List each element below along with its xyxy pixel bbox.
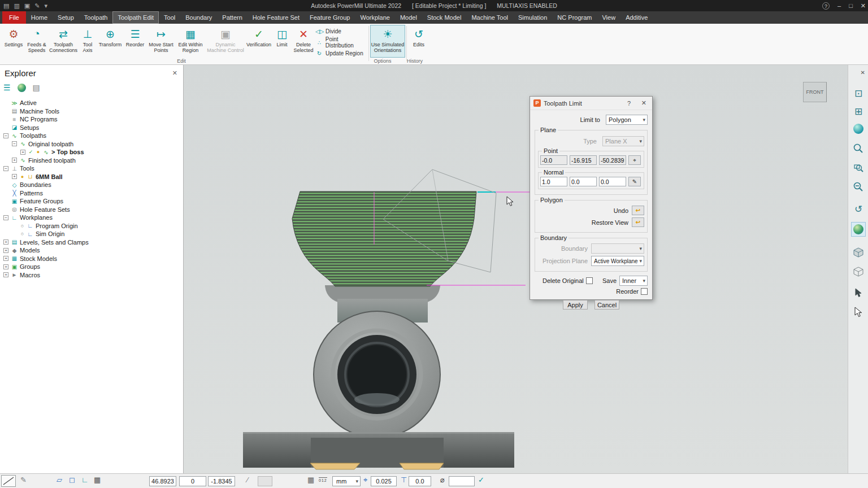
- tree-item-groups[interactable]: + ▣ Groups: [0, 263, 183, 271]
- tree-item-levels-sets-clamps[interactable]: + ▤ Levels, Sets and Clamps: [0, 238, 183, 247]
- tree-item-sim-origin[interactable]: ○ ∟ Sim Origin: [0, 230, 183, 238]
- transform-button[interactable]: ⊕ Transform: [97, 25, 123, 58]
- decimal-places-icon[interactable]: 012: [319, 477, 327, 482]
- expander-icon[interactable]: −: [3, 166, 8, 171]
- undo-button[interactable]: ↩: [632, 206, 644, 215]
- draw-icon[interactable]: ✎: [20, 476, 27, 484]
- expander-icon[interactable]: +: [3, 264, 8, 269]
- point-distribution-button[interactable]: ∴ Point Distribution: [315, 36, 367, 49]
- expander-icon[interactable]: +: [20, 150, 25, 155]
- quick-access-menu-icon[interactable]: ▾: [44, 2, 47, 10]
- point-x-field[interactable]: [540, 155, 567, 165]
- select-arrow-icon[interactable]: [848, 288, 868, 298]
- bulb-icon[interactable]: ○: [19, 223, 25, 229]
- point-pick-button[interactable]: ⌖: [628, 155, 641, 165]
- save-project-icon[interactable]: ▣: [24, 2, 30, 10]
- globe-icon[interactable]: [18, 84, 26, 92]
- expander-icon[interactable]: +: [12, 174, 17, 179]
- tree-item-boundaries[interactable]: ◇ Boundaries: [0, 181, 183, 189]
- use-simulated-orientations-toggle[interactable]: ☀ Use Simulated Orientations: [370, 25, 405, 58]
- projection-plane-select[interactable]: Active Workplane ▾: [591, 256, 644, 266]
- dialog-help-icon[interactable]: ?: [627, 100, 631, 107]
- expander-icon[interactable]: −: [3, 215, 8, 220]
- tree-item-setups[interactable]: ◪ Setups: [0, 124, 183, 132]
- tab-pattern[interactable]: Pattern: [217, 11, 247, 24]
- point-y-field[interactable]: [570, 155, 597, 165]
- bulb-icon[interactable]: ○: [19, 231, 25, 237]
- tab-setup[interactable]: Setup: [53, 11, 79, 24]
- view-orientation-badge[interactable]: FRONT: [803, 82, 827, 102]
- grid-icon[interactable]: ▦: [307, 476, 314, 484]
- apply-button[interactable]: Apply: [563, 300, 588, 310]
- cursor-plane-icon[interactable]: ▱: [57, 476, 62, 484]
- feeds-speeds-button[interactable]: ◔ Feeds & Speeds: [25, 25, 49, 58]
- tab-stock-model[interactable]: Stock Model: [422, 11, 467, 24]
- settings-button[interactable]: ⚙ Settings: [2, 25, 25, 58]
- tab-hole-feature-set[interactable]: Hole Feature Set: [248, 11, 305, 24]
- globe-view-icon[interactable]: [848, 222, 868, 237]
- tab-simulation[interactable]: Simulation: [513, 11, 552, 24]
- tab-home[interactable]: Home: [26, 11, 53, 24]
- tree-item-active[interactable]: ≫ Active: [0, 99, 183, 107]
- verification-button[interactable]: ✓ Verification: [245, 25, 272, 58]
- graphics-viewport[interactable]: FRONT: [184, 65, 848, 473]
- expander-icon[interactable]: +: [12, 158, 17, 163]
- normal-y-field[interactable]: [570, 177, 597, 186]
- delete-selected-button[interactable]: ✕ Delete Selected: [292, 25, 315, 58]
- tree-item-nc-programs[interactable]: ≡ NC Programs: [0, 115, 183, 124]
- open-project-icon[interactable]: ▥: [14, 2, 19, 10]
- tree-item-original-toolpath[interactable]: − ∿ Original toolpath: [0, 140, 183, 149]
- panel-close-icon[interactable]: ✕: [861, 69, 865, 76]
- zoom-box-icon[interactable]: [848, 162, 868, 173]
- move-start-points-button[interactable]: ↦ Move Start Points: [147, 25, 175, 58]
- y-coordinate-field[interactable]: 0: [179, 476, 206, 486]
- maximize-icon[interactable]: □: [849, 2, 853, 10]
- bulb-icon[interactable]: ●: [19, 174, 25, 180]
- block-icon[interactable]: ◻: [69, 476, 75, 484]
- restore-view-button[interactable]: ↩: [632, 217, 644, 227]
- expander-icon[interactable]: +: [3, 272, 8, 277]
- z-coordinate-field[interactable]: -1.8345: [208, 476, 235, 486]
- tab-feature-group[interactable]: Feature Group: [305, 11, 355, 24]
- toolpath-connections-button[interactable]: ⇄ Toolpath Connections: [49, 25, 78, 58]
- tree-item-toolpaths[interactable]: − ∿ Toolpaths: [0, 132, 183, 140]
- new-project-icon[interactable]: ▤: [3, 2, 9, 10]
- expander-icon[interactable]: −: [12, 141, 17, 146]
- tree-item-feature-groups[interactable]: ▣ Feature Groups: [0, 197, 183, 206]
- cancel-button[interactable]: Cancel: [594, 300, 619, 310]
- reorder-button[interactable]: ☰ Reorder: [123, 25, 147, 58]
- tree-item-machine-tools[interactable]: ▤ Machine Tools: [0, 107, 183, 116]
- normal-x-field[interactable]: [540, 177, 567, 186]
- tree-item-6mm-ball[interactable]: + ● ⊔ 6MM Ball: [0, 173, 183, 181]
- zoom-icon[interactable]: [848, 143, 868, 154]
- explorer-close-icon[interactable]: ✕: [172, 69, 177, 77]
- cursor-tool-icon[interactable]: [848, 307, 868, 318]
- point-z-field[interactable]: [599, 155, 626, 165]
- tree-item-hole-feature-sets[interactable]: ◎ Hole Feature Sets: [0, 206, 183, 214]
- limit-button[interactable]: ◫ Limit: [272, 25, 292, 58]
- tab-boundary[interactable]: Boundary: [180, 11, 217, 24]
- tree-view-icon[interactable]: ☰: [3, 83, 11, 92]
- expander-icon[interactable]: +: [3, 239, 8, 245]
- tab-machine-tool[interactable]: Machine Tool: [466, 11, 513, 24]
- tab-additive[interactable]: Additive: [620, 11, 653, 24]
- divide-button[interactable]: ◁▷ Divide: [315, 28, 367, 34]
- delete-original-checkbox[interactable]: [586, 277, 593, 284]
- help-icon[interactable]: ?: [822, 2, 830, 10]
- normal-edit-button[interactable]: ✎: [628, 177, 641, 186]
- apply-check-icon[interactable]: ✓: [478, 476, 484, 484]
- tree-item-macros[interactable]: + ► Macros: [0, 271, 183, 280]
- iso-view-icon[interactable]: [848, 247, 868, 258]
- update-region-button[interactable]: ↻ Update Region: [315, 50, 367, 56]
- tab-workplane[interactable]: Workplane: [355, 11, 394, 24]
- quick-edit-icon[interactable]: ✎: [34, 2, 40, 10]
- expander-icon[interactable]: +: [3, 248, 8, 253]
- zoom-previous-icon[interactable]: [848, 181, 868, 193]
- tree-item-workplanes[interactable]: − ∟ Workplanes: [0, 213, 183, 222]
- save-select[interactable]: Inner ▾: [619, 276, 648, 286]
- tree-item-stock-models[interactable]: + ▦ Stock Models: [0, 255, 183, 263]
- expander-icon[interactable]: −: [3, 133, 8, 138]
- diameter-field[interactable]: [449, 476, 475, 486]
- cube-view-icon[interactable]: [848, 266, 868, 277]
- tree-item-program-origin[interactable]: ○ ∟ Program Origin: [0, 222, 183, 230]
